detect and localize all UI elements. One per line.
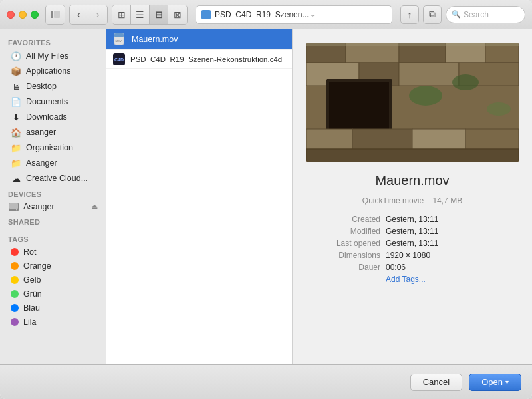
sidebar-item-label: Organisation — [26, 143, 73, 152]
home-icon: 🏠 — [11, 127, 21, 138]
duration-label: Dauer — [313, 263, 386, 272]
svg-point-4 — [16, 209, 17, 210]
sidebar-item-label: Creative Cloud... — [26, 174, 88, 183]
sidebar-item-asanger-home[interactable]: 🏠 asanger — [3, 125, 103, 140]
file-item-mov[interactable]: MOV Mauern.mov — [106, 29, 292, 50]
open-button[interactable]: Open ▾ — [469, 374, 521, 391]
sidebar-toggle-button[interactable] — [46, 5, 65, 24]
sidebar-tag-gruen[interactable]: Grün — [3, 287, 103, 301]
svg-rect-24 — [352, 129, 412, 149]
nav-buttons: ‹ › — [69, 5, 108, 25]
organisation-folder-icon: 📁 — [11, 142, 21, 153]
file-item-c4d[interactable]: C4D PSD_C4D_R19_Szenen-Rekonstruktion.c4… — [106, 50, 292, 69]
sidebar-item-asanger-folder[interactable]: 📁 Asanger — [3, 156, 103, 170]
sidebar-item-label: Applications — [26, 66, 70, 76]
folder-icon — [201, 10, 211, 19]
toolbar: ‹ › ⊞ ☰ ⊟ ⊠ PSD_C4D_R19_Szenen... ⌄ ↑ ⧉ … — [0, 0, 532, 29]
tag-dot-rot — [11, 248, 19, 256]
file-list: MOV Mauern.mov C4D PSD_C4D_R19_Szenen-Re… — [106, 29, 293, 364]
svg-rect-25 — [412, 129, 466, 149]
dimensions-row: Dimensions 1920 × 1080 — [313, 249, 512, 261]
sidebar-item-applications[interactable]: 📦 Applications — [3, 64, 103, 78]
svg-rect-1 — [54, 11, 60, 18]
sidebar-item-asanger-device[interactable]: Asanger ⏏ — [0, 200, 106, 214]
close-button[interactable] — [7, 11, 15, 19]
svg-rect-6 — [114, 33, 124, 37]
duration-value: 00:06 — [386, 263, 406, 272]
sidebar-item-creative-cloud[interactable]: ☁ Creative Cloud... — [3, 171, 103, 186]
maximize-button[interactable] — [31, 11, 39, 19]
sidebar-item-desktop[interactable]: 🖥 Desktop — [3, 79, 103, 94]
path-chevron-icon: ⌄ — [310, 11, 315, 18]
created-row: Created Gestern, 13:11 — [313, 213, 512, 225]
window-button[interactable]: ⧉ — [423, 5, 442, 24]
sidebar-tag-blau[interactable]: Blau — [3, 301, 103, 315]
tag-dot-blau — [11, 304, 19, 312]
preview-panel: Mauern.mov QuickTime movie – 14,7 MB Cre… — [293, 29, 532, 364]
tag-label: Lila — [23, 317, 36, 327]
add-tags-label-spacer — [313, 275, 386, 284]
preview-image — [306, 43, 519, 162]
sidebar-item-downloads[interactable]: ⬇ Downloads — [3, 110, 103, 124]
favorites-section-label: Favorites — [0, 35, 106, 48]
file-name: PSD_C4D_R19_Szenen-Rekonstruktion.c4d — [130, 55, 282, 63]
forward-button[interactable]: › — [88, 5, 107, 24]
search-placeholder: Search — [464, 10, 489, 19]
sidebar-item-all-my-files[interactable]: 🕐 All My Files — [3, 49, 103, 63]
svg-rect-26 — [466, 129, 519, 149]
sidebar-tag-rot[interactable]: Rot — [3, 245, 103, 259]
back-button[interactable]: ‹ — [70, 5, 88, 24]
preview-file-type: QuickTime movie – 14,7 MB — [362, 196, 462, 205]
applications-icon: 📦 — [11, 66, 21, 76]
sidebar-item-organisation[interactable]: 📁 Organisation — [3, 140, 103, 155]
minimize-button[interactable] — [19, 11, 27, 19]
sidebar-item-label: Downloads — [26, 112, 67, 122]
add-tags-row: Add Tags... — [313, 273, 512, 285]
path-label: PSD_C4D_R19_Szenen... — [215, 10, 309, 19]
sidebar-tag-gelb[interactable]: Gelb — [3, 273, 103, 287]
documents-icon: 📄 — [11, 96, 21, 107]
dimensions-value: 1920 × 1080 — [386, 251, 430, 260]
created-value: Gestern, 13:11 — [386, 215, 438, 224]
svg-point-20 — [409, 86, 442, 106]
tag-dot-gruen — [11, 290, 19, 298]
list-view-button[interactable]: ☰ — [131, 5, 150, 24]
svg-rect-27 — [306, 149, 519, 162]
icon-view-button[interactable]: ⊞ — [112, 5, 131, 24]
all-my-files-icon: 🕐 — [11, 51, 21, 61]
tags-section-label: Tags — [0, 231, 106, 245]
sidebar-toggle-group — [45, 5, 65, 25]
sidebar-device-label: Asanger — [23, 202, 55, 211]
sidebar-item-label: All My Files — [26, 51, 68, 61]
cancel-button[interactable]: Cancel — [410, 374, 462, 391]
sidebar-tag-lila[interactable]: Lila — [3, 315, 103, 329]
preview-filename: Mauern.mov — [375, 173, 449, 188]
search-box[interactable]: 🔍 Search — [446, 6, 525, 23]
add-tags-link[interactable]: Add Tags... — [386, 275, 426, 284]
svg-rect-3 — [9, 203, 18, 209]
sidebar: Favorites 🕐 All My Files 📦 Applications … — [0, 29, 106, 364]
svg-text:MOV: MOV — [116, 39, 122, 43]
file-name: Mauern.mov — [132, 35, 178, 44]
creative-cloud-icon: ☁ — [11, 173, 21, 184]
eject-button[interactable]: ⏏ — [91, 203, 98, 211]
column-view-button[interactable]: ⊟ — [150, 5, 168, 24]
preview-metadata: Created Gestern, 13:11 Modified Gestern,… — [313, 213, 512, 285]
asanger-folder-icon: 📁 — [11, 158, 21, 168]
traffic-lights — [7, 11, 39, 19]
tag-dot-orange — [11, 262, 19, 270]
hard-drive-icon — [8, 201, 19, 212]
sidebar-item-documents[interactable]: 📄 Documents — [3, 94, 103, 109]
last-opened-label: Last opened — [313, 239, 386, 248]
preview-image-content — [306, 43, 519, 162]
share-button[interactable]: ↑ — [400, 5, 419, 24]
c4d-file-icon: C4D — [113, 53, 125, 65]
open-button-label: Open — [481, 377, 503, 387]
devices-section-label: Devices — [0, 186, 106, 200]
sidebar-tag-orange[interactable]: Orange — [3, 259, 103, 273]
tag-label: Rot — [23, 247, 36, 257]
open-dropdown-chevron-icon[interactable]: ▾ — [505, 378, 509, 386]
tag-label: Blau — [23, 303, 40, 313]
mov-file-icon: MOV — [113, 33, 126, 46]
cover-flow-button[interactable]: ⊠ — [168, 5, 187, 24]
